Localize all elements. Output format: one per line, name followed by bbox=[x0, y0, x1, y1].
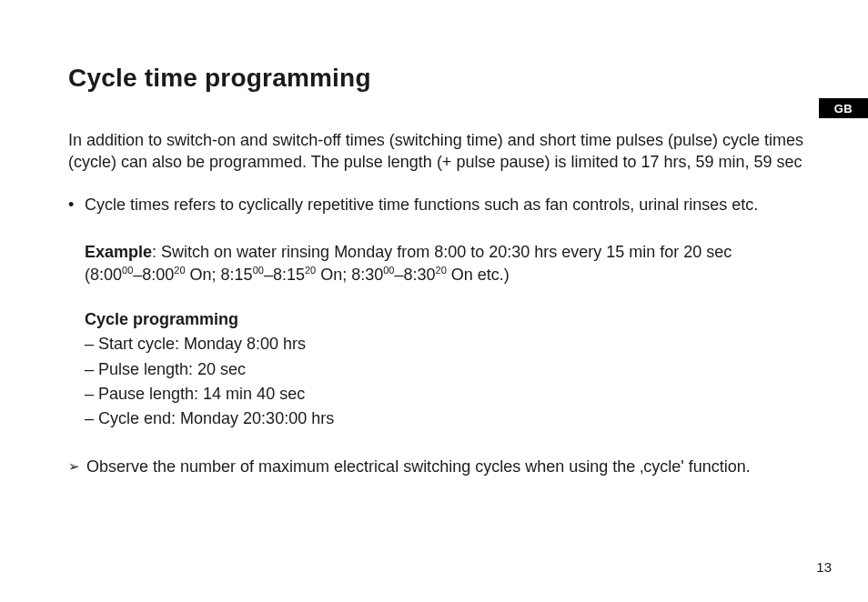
seq-c3: On etc.) bbox=[447, 266, 510, 284]
language-tab-gb: GB bbox=[819, 98, 868, 118]
seq-a1: (8:00 bbox=[85, 266, 122, 284]
bullet-text: Cycle times refers to cyclically repetit… bbox=[85, 194, 758, 216]
list-item: – Start cycle: Monday 8:00 hrs bbox=[85, 333, 804, 356]
seq-b2: –8:15 bbox=[264, 266, 305, 284]
page-number: 13 bbox=[816, 559, 832, 575]
cycle-programming-list: – Start cycle: Monday 8:00 hrs – Pulse l… bbox=[85, 333, 804, 430]
note-text: Observe the number of maximum electrical… bbox=[86, 456, 751, 477]
cycle-programming-heading: Cycle programming bbox=[85, 308, 804, 331]
seq-a1s: 00 bbox=[122, 265, 133, 276]
page-title: Cycle time programming bbox=[68, 64, 804, 93]
seq-b3: On; 8:30 bbox=[316, 266, 383, 284]
seq-a2: –8:00 bbox=[133, 266, 174, 284]
seq-b2s: 20 bbox=[305, 265, 316, 276]
note-row: ➢ Observe the number of maximum electric… bbox=[68, 456, 804, 477]
bullet-item: • Cycle times refers to cyclically repet… bbox=[68, 194, 804, 216]
example-paragraph: Example: Switch on water rinsing Monday … bbox=[85, 241, 804, 286]
seq-a3: On; 8:15 bbox=[186, 266, 253, 284]
document-page: Cycle time programming GB In addition to… bbox=[0, 0, 868, 602]
triangle-bullet-icon: ➢ bbox=[68, 456, 86, 477]
list-item: – Cycle end: Monday 20:30:00 hrs bbox=[85, 407, 804, 430]
seq-b1s: 00 bbox=[253, 265, 264, 276]
example-text: : Switch on water rinsing Monday from 8:… bbox=[152, 243, 732, 261]
intro-paragraph: In addition to switch-on and switch-off … bbox=[68, 129, 804, 174]
seq-c2s: 20 bbox=[436, 265, 447, 276]
list-item: – Pause length: 14 min 40 sec bbox=[85, 383, 804, 406]
seq-c2: –8:30 bbox=[395, 266, 436, 284]
bullet-dot-icon: • bbox=[68, 194, 85, 216]
example-label: Example bbox=[85, 243, 152, 261]
example-block: Example: Switch on water rinsing Monday … bbox=[85, 241, 804, 430]
seq-c1s: 00 bbox=[383, 265, 394, 276]
seq-a2s: 20 bbox=[174, 265, 185, 276]
list-item: – Pulse length: 20 sec bbox=[85, 358, 804, 381]
